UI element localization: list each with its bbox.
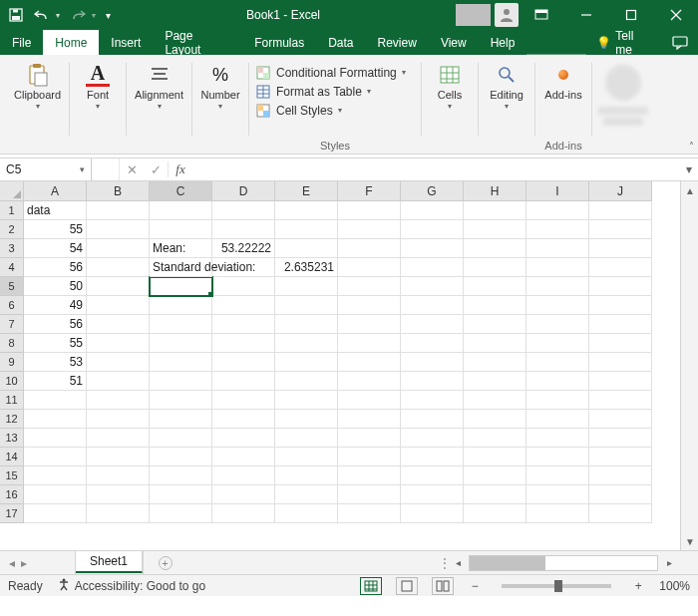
cell[interactable] [338,315,401,334]
name-box[interactable]: C5▾ [0,158,92,180]
cell[interactable] [275,296,338,315]
cell[interactable] [212,410,275,429]
cell[interactable] [338,391,401,410]
cell[interactable] [338,504,401,523]
redo-icon[interactable] [70,7,86,23]
cell[interactable] [464,201,526,220]
cell[interactable] [87,277,150,296]
cell[interactable] [401,296,464,315]
scroll-split-icon[interactable]: ⋮ [439,556,449,570]
cell[interactable] [150,429,212,448]
page-layout-view-icon[interactable] [396,577,418,595]
zoom-thumb[interactable] [554,580,562,592]
cell[interactable] [212,315,275,334]
format-as-table-button[interactable]: Format as Table ▾ [255,84,415,100]
save-icon[interactable] [8,7,24,23]
cell[interactable]: 53 [24,353,87,372]
cell[interactable] [24,485,87,504]
cell[interactable] [464,353,526,372]
cell[interactable] [464,410,526,429]
number-button[interactable]: % Number ▾ [198,61,242,113]
col-header[interactable]: A [24,181,87,201]
cell[interactable] [464,296,526,315]
cell[interactable] [338,353,401,372]
col-header[interactable]: D [212,181,275,201]
zoom-level[interactable]: 100% [659,579,690,593]
cell[interactable] [275,429,338,448]
cell[interactable] [401,391,464,410]
cell[interactable] [212,504,275,523]
row-header[interactable]: 2 [0,220,24,239]
maximize-icon[interactable] [608,0,653,30]
col-header[interactable]: J [589,181,652,201]
add-sheet-icon[interactable]: + [159,556,173,570]
tab-file[interactable]: File [0,30,43,55]
cell[interactable] [526,201,589,220]
redo-dropdown-icon[interactable]: ▾ [92,11,96,20]
cell[interactable]: 55 [24,220,87,239]
col-header[interactable]: I [526,181,589,201]
col-header[interactable]: H [464,181,526,201]
cancel-formula-icon[interactable]: ✕ [120,158,144,180]
cell[interactable] [526,220,589,239]
row-header[interactable]: 14 [0,448,24,466]
cell[interactable] [401,466,464,485]
sheet-tab-active[interactable]: Sheet1 [76,550,143,573]
row-header[interactable]: 3 [0,239,24,258]
alignment-button[interactable]: Alignment ▾ [133,61,185,113]
cell[interactable] [275,239,338,258]
cell[interactable]: 50 [24,277,87,296]
cell[interactable] [589,504,652,523]
zoom-out-button[interactable]: − [468,579,482,593]
cell[interactable]: 49 [24,296,87,315]
cell[interactable] [212,353,275,372]
cell[interactable] [338,448,401,466]
cell[interactable] [401,220,464,239]
cell[interactable] [212,485,275,504]
cell[interactable] [150,504,212,523]
cell[interactable] [401,258,464,277]
cell[interactable] [338,485,401,504]
cell[interactable] [526,448,589,466]
cell[interactable] [526,239,589,258]
scroll-track[interactable] [681,199,698,532]
cell[interactable] [526,372,589,391]
cell[interactable] [464,448,526,466]
cell[interactable] [464,466,526,485]
cell[interactable] [401,201,464,220]
row-header[interactable]: 6 [0,296,24,315]
cell[interactable] [150,372,212,391]
cell[interactable] [275,391,338,410]
comments-icon[interactable] [662,30,698,55]
cell[interactable] [526,391,589,410]
scroll-up-icon[interactable]: ▲ [681,181,698,199]
cell[interactable] [212,296,275,315]
cell[interactable] [212,220,275,239]
cell[interactable] [338,220,401,239]
row-header[interactable]: 11 [0,391,24,410]
expand-formula-bar-icon[interactable]: ▾ [680,158,698,180]
cell[interactable] [526,410,589,429]
col-header[interactable]: B [87,181,150,201]
cell[interactable] [87,429,150,448]
cell[interactable] [464,315,526,334]
sheet-nav[interactable]: ◂▸ [0,551,36,574]
vertical-scrollbar[interactable]: ▲ ▼ [680,181,698,550]
addins-button[interactable]: Add-ins [541,61,585,103]
cell[interactable]: 55 [24,334,87,353]
col-header[interactable]: E [275,181,338,201]
cell-styles-button[interactable]: Cell Styles ▾ [255,103,415,119]
cell[interactable] [526,277,589,296]
cell[interactable] [275,201,338,220]
row-header[interactable]: 13 [0,429,24,448]
cell[interactable] [526,466,589,485]
cell[interactable] [338,239,401,258]
tab-addin-blank[interactable] [526,30,586,55]
cell[interactable] [526,315,589,334]
editing-button[interactable]: Editing ▾ [485,61,528,113]
cell[interactable] [150,296,212,315]
cell[interactable] [87,353,150,372]
cell[interactable] [87,315,150,334]
cell[interactable] [338,429,401,448]
cell[interactable] [212,201,275,220]
